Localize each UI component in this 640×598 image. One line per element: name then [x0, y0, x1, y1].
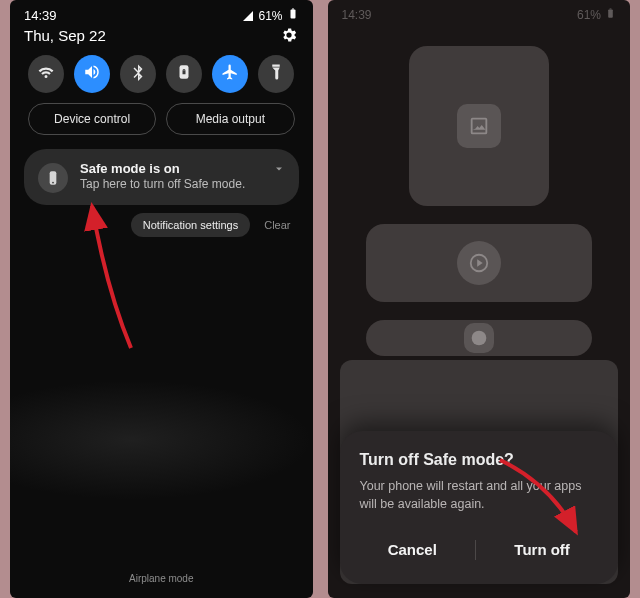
qs-airplane[interactable]: [212, 55, 248, 93]
battery-percent: 61%: [258, 9, 282, 23]
notification-text: Safe mode is on Tap here to turn off Saf…: [80, 161, 285, 191]
svg-rect-1: [292, 9, 294, 10]
notification-title: Safe mode is on: [80, 161, 285, 176]
recents-card[interactable]: [366, 320, 592, 356]
qs-bluetooth[interactable]: [120, 55, 156, 93]
bluetooth-icon: [129, 63, 147, 85]
airplane-mode-label: Airplane mode: [10, 573, 313, 584]
turn-off-label: Turn off: [514, 541, 570, 558]
signal-icon: [242, 10, 254, 22]
media-output-button[interactable]: Media output: [166, 103, 294, 135]
cancel-label: Cancel: [388, 541, 437, 558]
phone-right-safe-mode-dialog: 14:39 61% Turn off Safe mode? Your phone…: [328, 0, 631, 598]
svg-rect-0: [290, 10, 295, 19]
notification-settings-button[interactable]: Notification settings: [131, 213, 250, 237]
settings-gear-icon[interactable]: [279, 25, 299, 45]
dialog-actions: Cancel Turn off: [360, 527, 599, 574]
svg-rect-6: [608, 9, 613, 17]
action-separator: [475, 540, 476, 560]
secondary-controls-row: Device control Media output: [10, 103, 313, 145]
clear-label: Clear: [264, 219, 290, 231]
turn-off-button[interactable]: Turn off: [496, 533, 588, 566]
header-date: Thu, Sep 22: [24, 27, 106, 44]
status-bar-dimmed: 14:39 61%: [328, 0, 631, 22]
media-output-label: Media output: [196, 112, 265, 126]
dialog-body: Your phone will restart and all your app…: [360, 477, 599, 513]
svg-point-5: [52, 182, 54, 184]
app-placeholder-icon: [457, 104, 501, 148]
qs-rotation-lock[interactable]: [166, 55, 202, 93]
device-control-button[interactable]: Device control: [28, 103, 156, 135]
qs-flashlight[interactable]: [258, 55, 294, 93]
rotation-lock-icon: [175, 63, 193, 85]
safe-mode-dialog: Turn off Safe mode? Your phone will rest…: [340, 431, 619, 584]
battery-percent-dim: 61%: [577, 8, 601, 22]
notification-settings-label: Notification settings: [143, 219, 238, 231]
header-date-row: Thu, Sep 22: [10, 23, 313, 55]
qs-wifi[interactable]: [28, 55, 64, 93]
status-time: 14:39: [24, 8, 57, 23]
cancel-button[interactable]: Cancel: [370, 533, 455, 566]
svg-rect-7: [610, 8, 612, 9]
phone-icon: [38, 163, 68, 193]
status-bar: 14:39 61%: [10, 0, 313, 23]
svg-point-9: [471, 331, 486, 346]
recents-card[interactable]: [409, 46, 549, 206]
phone-left-notification-shade: 14:39 61% Thu, Sep 22: [10, 0, 313, 598]
svg-rect-3: [183, 71, 186, 75]
quick-settings-row: [10, 55, 313, 103]
chevron-down-icon[interactable]: [273, 161, 285, 179]
device-control-label: Device control: [54, 112, 130, 126]
dialog-title: Turn off Safe mode?: [360, 451, 599, 469]
clear-button[interactable]: Clear: [260, 213, 294, 237]
play-circle-icon: [457, 241, 501, 285]
app-placeholder-icon: [464, 323, 494, 353]
status-right-dim: 61%: [577, 8, 616, 22]
recents-card[interactable]: [366, 224, 592, 302]
qs-sound[interactable]: [74, 55, 110, 93]
background-blur: [10, 380, 313, 500]
status-time-dim: 14:39: [342, 8, 372, 22]
flashlight-icon: [267, 63, 285, 85]
status-right-cluster: 61%: [242, 8, 298, 23]
battery-icon: [605, 8, 616, 22]
battery-icon: [287, 8, 299, 23]
notification-footer-row: Notification settings Clear: [10, 205, 313, 237]
airplane-icon: [221, 63, 239, 85]
wifi-icon: [37, 63, 55, 85]
notification-subtitle: Tap here to turn off Safe mode.: [80, 177, 285, 191]
safe-mode-notification[interactable]: Safe mode is on Tap here to turn off Saf…: [24, 149, 299, 205]
sound-icon: [83, 63, 101, 85]
